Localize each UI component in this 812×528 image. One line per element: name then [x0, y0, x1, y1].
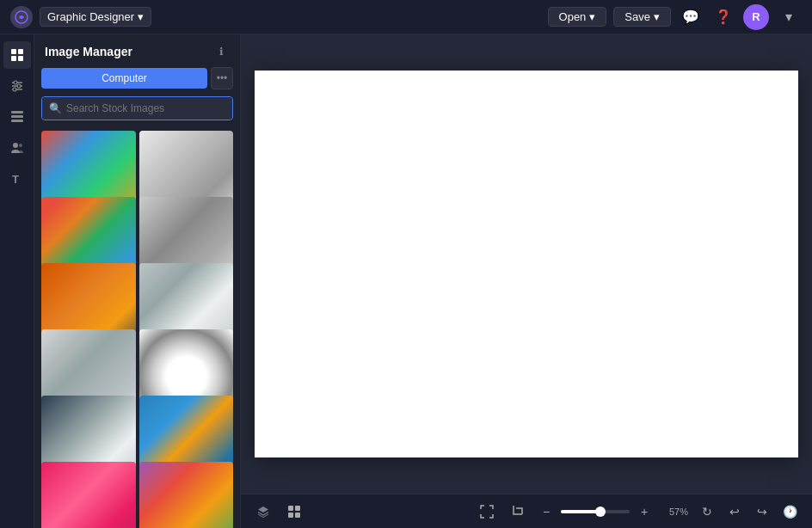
svg-rect-2: [18, 49, 23, 54]
save-button[interactable]: Save ▾: [613, 7, 671, 27]
image-thumbnail[interactable]: [41, 462, 136, 528]
svg-rect-11: [11, 111, 23, 114]
user-avatar-button[interactable]: R: [743, 4, 769, 30]
image-manager-panel: Image Manager ℹ Computer ••• 🔍: [34, 34, 241, 528]
layers-icon-button[interactable]: [251, 500, 275, 524]
bottom-bar: − + 57% ↻ ↩ ↪ 🕐: [241, 494, 812, 528]
panel-header: Image Manager ℹ: [34, 34, 240, 67]
svg-rect-13: [11, 120, 23, 122]
svg-rect-18: [295, 506, 300, 511]
svg-point-8: [14, 81, 17, 84]
zoom-percent-label: 57%: [661, 507, 688, 517]
refresh-icon-button[interactable]: ↻: [695, 500, 719, 524]
search-bar-wrapper: 🔍: [41, 96, 233, 120]
app-name-button[interactable]: Graphic Designer ▾: [40, 7, 151, 27]
svg-rect-19: [288, 513, 293, 518]
svg-point-14: [13, 143, 18, 148]
svg-rect-3: [11, 56, 16, 61]
white-canvas: [255, 71, 798, 457]
crop-icon-button[interactable]: [506, 500, 530, 524]
zoom-slider-track[interactable]: [561, 510, 630, 513]
account-chevron-icon[interactable]: ▾: [776, 4, 802, 30]
zoom-in-button[interactable]: +: [635, 502, 654, 521]
svg-point-9: [17, 84, 21, 88]
nav-people-button[interactable]: [3, 134, 31, 162]
svg-text:T: T: [12, 173, 19, 186]
image-thumbnail[interactable]: [139, 462, 234, 528]
svg-rect-12: [11, 115, 23, 118]
save-label: Save: [624, 10, 650, 23]
grid-view-icon-button[interactable]: [282, 500, 306, 524]
zoom-out-button[interactable]: −: [537, 502, 556, 521]
canvas-area: − + 57% ↻ ↩ ↪ 🕐: [241, 34, 812, 528]
redo-icon-button[interactable]: ↪: [750, 500, 774, 524]
chevron-down-icon: ▾: [654, 10, 660, 23]
svg-rect-4: [18, 56, 23, 61]
svg-rect-1: [11, 49, 16, 54]
panel-tabs: Computer •••: [34, 67, 240, 96]
panel-info-button[interactable]: ℹ: [212, 43, 230, 60]
open-button[interactable]: Open ▾: [548, 7, 607, 27]
nav-text-button[interactable]: T: [3, 165, 31, 193]
chat-icon-button[interactable]: 💬: [678, 4, 704, 30]
open-label: Open: [559, 10, 587, 23]
clock-icon-button[interactable]: 🕐: [778, 500, 802, 524]
chevron-down-icon: ▾: [589, 10, 595, 23]
image-grid: [34, 127, 240, 528]
chevron-down-icon: ▾: [138, 10, 144, 23]
svg-rect-20: [295, 513, 300, 518]
svg-point-10: [13, 88, 16, 91]
tab-computer[interactable]: Computer: [41, 68, 207, 89]
svg-point-15: [19, 144, 22, 147]
fit-screen-icon-button[interactable]: [475, 500, 499, 524]
main-area: T Image Manager ℹ Computer ••• 🔍: [0, 34, 812, 528]
nav-images-button[interactable]: [3, 41, 31, 69]
panel-title: Image Manager: [45, 45, 132, 58]
undo-icon-button[interactable]: ↩: [723, 500, 747, 524]
app-logo: [10, 6, 33, 28]
app-name-label: Graphic Designer: [47, 10, 134, 23]
svg-rect-17: [288, 506, 293, 511]
topbar: Graphic Designer ▾ Open ▾ Save ▾ 💬 ❓ R ▾: [0, 0, 812, 34]
left-nav: T: [0, 34, 34, 528]
bottom-right-icons: ↻ ↩ ↪ 🕐: [695, 500, 802, 524]
nav-layout-button[interactable]: [3, 103, 31, 131]
avatar-initial: R: [752, 10, 760, 23]
nav-adjust-button[interactable]: [3, 72, 31, 100]
panel-more-button[interactable]: •••: [211, 67, 233, 89]
zoom-slider-thumb: [595, 507, 606, 517]
search-input[interactable]: [42, 97, 232, 120]
help-icon-button[interactable]: ❓: [710, 4, 736, 30]
canvas-container: [241, 34, 812, 494]
zoom-controls: − +: [537, 502, 654, 521]
